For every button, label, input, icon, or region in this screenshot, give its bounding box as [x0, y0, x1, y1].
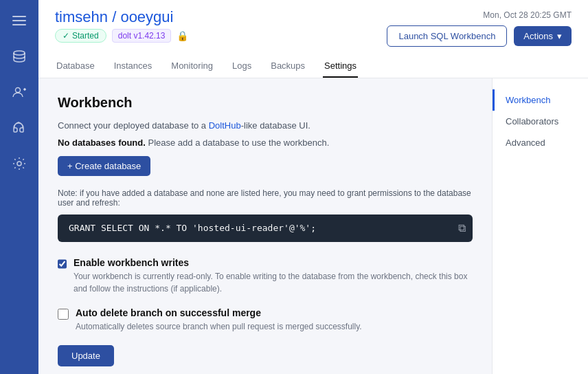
headset-icon[interactable]: [10, 118, 29, 138]
status-badge: ✓ Started: [55, 29, 106, 43]
grant-code: GRANT SELECT ON *.* TO 'hosted-ui-reader…: [69, 223, 316, 233]
chevron-down-icon: ▾: [557, 31, 562, 41]
enable-writes-section: Enable workbench writes Your workbench i…: [58, 257, 473, 295]
topbar: timsehn / ooeygui ✓ Started dolt v1.42.1…: [38, 0, 588, 78]
svg-rect-0: [12, 16, 26, 17]
datetime-label: Mon, Oct 28 20:25 GMT: [483, 10, 572, 20]
note-text: Note: if you have added a database and n…: [58, 188, 473, 208]
svg-point-4: [16, 88, 21, 93]
lock-icon: 🔒: [177, 30, 188, 41]
main-area: timsehn / ooeygui ✓ Started dolt v1.42.1…: [38, 0, 588, 374]
actions-button[interactable]: Actions ▾: [514, 26, 572, 46]
repo-title: timsehn / ooeygui: [55, 8, 188, 26]
repo-name[interactable]: ooeygui: [120, 8, 173, 25]
svg-rect-1: [12, 20, 26, 21]
autodelete-section: Auto delete branch on successful merge A…: [58, 307, 473, 333]
right-nav-advanced[interactable]: Advanced: [493, 132, 588, 153]
dolt-version-badge: dolt v1.42.13: [112, 29, 172, 43]
svg-point-7: [17, 162, 21, 166]
right-sidebar: Workbench Collaborators Advanced: [492, 78, 588, 374]
dolthub-link[interactable]: DoltHub: [209, 120, 241, 131]
gear-icon[interactable]: [10, 154, 29, 173]
menu-icon[interactable]: [10, 11, 29, 30]
main-content: Workbench Connect your deployed database…: [38, 78, 492, 374]
svg-point-3: [14, 51, 25, 55]
repo-owner[interactable]: timsehn: [55, 8, 108, 25]
tab-monitoring[interactable]: Monitoring: [170, 55, 214, 78]
tab-settings[interactable]: Settings: [323, 55, 358, 78]
content-area: Workbench Connect your deployed database…: [38, 78, 588, 374]
create-database-button[interactable]: + Create database: [58, 156, 150, 176]
enable-writes-desc: Your workbench is currently read-only. T…: [74, 270, 473, 295]
tab-database[interactable]: Database: [55, 55, 96, 78]
sidebar: [0, 0, 38, 374]
svg-rect-2: [12, 24, 26, 25]
autodelete-label: Auto delete branch on successful merge: [76, 307, 362, 318]
nav-tabs: Database Instances Monitoring Logs Backu…: [55, 55, 572, 78]
autodelete-checkbox[interactable]: [58, 309, 69, 320]
section-title: Workbench: [58, 95, 473, 111]
copy-code-button[interactable]: ⧉: [458, 222, 466, 234]
tab-instances[interactable]: Instances: [113, 55, 154, 78]
code-block: GRANT SELECT ON *.* TO 'hosted-ui-reader…: [58, 214, 473, 242]
right-nav-workbench[interactable]: Workbench: [493, 89, 588, 111]
user-plus-icon[interactable]: [10, 82, 29, 102]
tab-backups[interactable]: Backups: [269, 55, 306, 78]
topbar-actions: Launch SQL Workbench Actions ▾: [387, 25, 572, 47]
autodelete-desc: Automatically deletes source branch when…: [76, 320, 362, 333]
connect-text: Connect your deployed database to a Dolt…: [58, 120, 473, 131]
update-button[interactable]: Update: [58, 345, 114, 366]
tab-logs[interactable]: Logs: [231, 55, 253, 78]
launch-workbench-button[interactable]: Launch SQL Workbench: [387, 25, 507, 47]
enable-writes-checkbox[interactable]: [58, 258, 67, 270]
enable-writes-label: Enable workbench writes: [74, 257, 473, 268]
right-nav-collaborators[interactable]: Collaborators: [493, 111, 588, 132]
repo-separator: /: [108, 8, 120, 25]
repo-header: timsehn / ooeygui ✓ Started dolt v1.42.1…: [55, 8, 188, 48]
database-icon[interactable]: [10, 47, 29, 66]
no-db-message: No databases found. Please add a databas…: [58, 138, 473, 148]
